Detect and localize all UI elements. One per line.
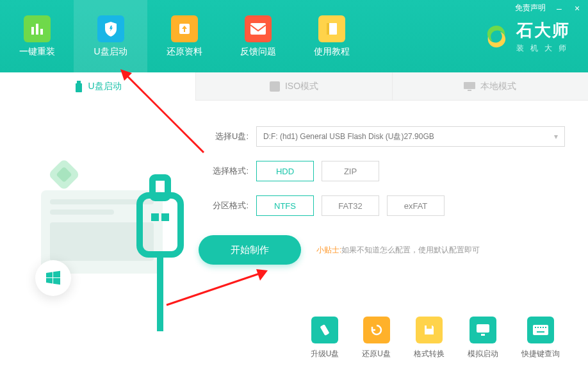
usb-upgrade-icon xyxy=(311,317,338,343)
brand-title: 石大师 xyxy=(516,19,573,42)
select-format-label: 选择格式: xyxy=(205,165,249,177)
bar-chart-icon xyxy=(24,15,51,42)
svg-rect-31 xyxy=(545,327,546,328)
format-hdd-button[interactable]: HDD xyxy=(256,161,314,181)
partition-fat32-button[interactable]: FAT32 xyxy=(322,195,379,216)
main-content: 选择U盘: D:F: (hd1) General USB Flash Disk … xyxy=(0,101,588,331)
partition-format-label: 分区格式: xyxy=(205,200,249,211)
svg-rect-27 xyxy=(535,327,536,328)
svg-rect-11 xyxy=(468,90,471,91)
footer-label: 模拟启动 xyxy=(468,349,498,359)
partition-ntfs-button[interactable]: NTFS xyxy=(256,195,314,216)
svg-rect-10 xyxy=(464,82,475,89)
footer-shortcut-query[interactable]: 快捷键查询 xyxy=(521,317,560,359)
upload-icon xyxy=(171,15,198,42)
nav-feedback[interactable]: 反馈问题 xyxy=(221,0,295,72)
tip-text: 小贴士:如果不知道怎么配置，使用默认配置即可 xyxy=(316,245,480,256)
nav-label: U盘启动 xyxy=(94,46,127,58)
svg-rect-29 xyxy=(540,327,541,328)
close-button[interactable]: × xyxy=(573,4,582,13)
book-icon xyxy=(318,15,345,42)
svg-rect-22 xyxy=(320,324,330,336)
usb-icon xyxy=(74,81,83,92)
footer-upgrade-usb[interactable]: 升级U盘 xyxy=(311,317,339,359)
iso-icon xyxy=(270,81,280,92)
usb-drive-select[interactable]: D:F: (hd1) General USB Flash Disk (U盘)27… xyxy=(256,126,565,147)
svg-rect-24 xyxy=(477,324,489,333)
refresh-icon xyxy=(363,317,390,343)
footer-tools: 升级U盘 还原U盘 格式转换 模拟启动 快捷键查询 xyxy=(0,317,588,359)
windows-badge xyxy=(35,260,71,296)
start-create-button[interactable]: 开始制作 xyxy=(199,235,301,265)
svg-rect-21 xyxy=(161,213,169,221)
tip-body: 如果不知道怎么配置，使用默认配置即可 xyxy=(341,245,480,254)
footer-restore-usb[interactable]: 还原U盘 xyxy=(362,317,391,359)
minimize-button[interactable]: – xyxy=(555,4,564,13)
svg-rect-0 xyxy=(31,27,34,35)
config-form: 选择U盘: D:F: (hd1) General USB Flash Disk … xyxy=(205,120,588,331)
nav-usb-boot[interactable]: U盘启动 xyxy=(74,0,147,72)
svg-rect-9 xyxy=(270,81,280,92)
footer-simulate-boot[interactable]: 模拟启动 xyxy=(468,317,498,359)
monitor-icon xyxy=(470,317,496,343)
nav-label: 还原资料 xyxy=(167,46,202,58)
disclaimer-link[interactable]: 免责声明 xyxy=(515,3,546,13)
svg-rect-4 xyxy=(250,23,266,35)
nav-tutorial[interactable]: 使用教程 xyxy=(295,0,368,72)
footer-label: 快捷键查询 xyxy=(521,349,560,359)
header: 免责声明 – × 一键重装 U盘启动 还原资料 反馈问题 xyxy=(0,0,588,72)
mode-tabs: U盘启动 ISO模式 本地模式 xyxy=(0,72,588,101)
nav-label: 反馈问题 xyxy=(240,46,276,58)
nav-label: 使用教程 xyxy=(314,46,350,58)
footer-label: 还原U盘 xyxy=(362,349,391,359)
chevron-down-icon: ▾ xyxy=(554,132,558,141)
svg-rect-1 xyxy=(36,24,38,35)
svg-rect-2 xyxy=(40,29,43,35)
svg-rect-19 xyxy=(152,177,168,198)
svg-rect-25 xyxy=(481,334,485,336)
keyboard-icon xyxy=(527,317,554,343)
svg-rect-26 xyxy=(533,325,548,335)
select-value: D:F: (hd1) General USB Flash Disk (U盘)27… xyxy=(263,131,434,142)
tab-iso[interactable]: ISO模式 xyxy=(195,72,391,101)
svg-rect-20 xyxy=(151,213,159,221)
partition-exfat-button[interactable]: exFAT xyxy=(387,195,445,216)
footer-label: 格式转换 xyxy=(414,349,445,359)
tab-usb-boot[interactable]: U盘启动 xyxy=(0,72,195,101)
svg-rect-14 xyxy=(50,210,114,215)
format-zip-button[interactable]: ZIP xyxy=(322,161,379,181)
select-usb-label: 选择U盘: xyxy=(205,131,249,142)
monitor-icon xyxy=(464,82,475,91)
svg-rect-28 xyxy=(537,327,539,328)
windows-icon xyxy=(44,269,62,287)
save-icon xyxy=(416,317,443,343)
nav-label: 一键重装 xyxy=(19,46,55,58)
footer-format-convert[interactable]: 格式转换 xyxy=(414,317,445,359)
tab-local[interactable]: 本地模式 xyxy=(392,72,588,101)
tab-label: 本地模式 xyxy=(480,81,516,92)
tip-label: 小贴士: xyxy=(316,245,341,254)
footer-label: 升级U盘 xyxy=(311,349,339,359)
illustration xyxy=(0,120,205,331)
tab-label: U盘启动 xyxy=(88,81,122,92)
svg-rect-23 xyxy=(427,326,432,329)
nav-restore[interactable]: 还原资料 xyxy=(147,0,221,72)
svg-rect-8 xyxy=(76,83,82,92)
nav-reinstall[interactable]: 一键重装 xyxy=(0,0,74,72)
brand-subtitle: 装机大师 xyxy=(516,43,573,54)
main-nav: 一键重装 U盘启动 还原资料 反馈问题 使用教程 xyxy=(0,0,368,72)
mail-icon xyxy=(245,15,272,42)
window-controls: 免责声明 – × xyxy=(515,3,582,13)
tab-label: ISO模式 xyxy=(285,81,318,92)
shield-icon xyxy=(97,15,124,42)
logo-icon xyxy=(483,23,510,50)
svg-rect-30 xyxy=(543,327,544,328)
usb-illustration-icon xyxy=(0,120,205,331)
svg-rect-6 xyxy=(327,23,329,35)
svg-rect-7 xyxy=(77,81,81,83)
svg-rect-32 xyxy=(537,331,544,333)
